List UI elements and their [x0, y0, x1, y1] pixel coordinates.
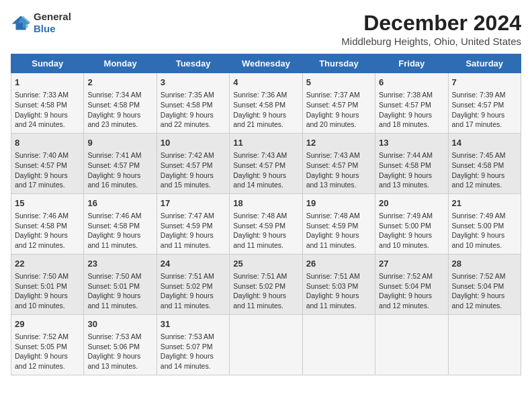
daylight-hours: Daylight: 9 hours and 11 minutes. — [87, 231, 140, 249]
sunset-time: Sunset: 4:58 PM — [233, 101, 285, 109]
day-number: 15 — [15, 197, 80, 210]
week-row-2: 8Sunrise: 7:40 AMSunset: 4:57 PMDaylight… — [11, 133, 521, 193]
logo-icon — [11, 15, 31, 31]
sunset-time: Sunset: 4:58 PM — [87, 101, 140, 109]
week-row-4: 22Sunrise: 7:50 AMSunset: 5:01 PMDayligh… — [11, 254, 521, 314]
calendar-cell — [230, 314, 302, 375]
sunset-time: Sunset: 5:03 PM — [306, 282, 359, 290]
sunset-time: Sunset: 5:02 PM — [233, 282, 285, 290]
sunset-time: Sunset: 5:01 PM — [15, 282, 67, 290]
day-number: 4 — [233, 77, 298, 89]
day-number: 17 — [161, 197, 226, 210]
calendar-cell: 26Sunrise: 7:51 AMSunset: 5:03 PMDayligh… — [302, 254, 375, 314]
sunset-time: Sunset: 4:57 PM — [306, 101, 359, 109]
days-header-row: SundayMondayTuesdayWednesdayThursdayFrid… — [11, 54, 521, 73]
sunrise-time: Sunrise: 7:49 AM — [452, 212, 506, 220]
sunrise-time: Sunrise: 7:41 AM — [87, 151, 141, 159]
sunrise-time: Sunrise: 7:43 AM — [233, 151, 287, 159]
calendar-cell: 19Sunrise: 7:48 AMSunset: 4:59 PMDayligh… — [302, 193, 375, 254]
calendar-cell — [375, 314, 448, 375]
calendar-cell: 11Sunrise: 7:43 AMSunset: 4:57 PMDayligh… — [230, 133, 302, 193]
daylight-hours: Daylight: 9 hours and 11 minutes. — [306, 291, 359, 310]
calendar-cell: 15Sunrise: 7:46 AMSunset: 4:58 PMDayligh… — [11, 193, 84, 254]
calendar-cell: 8Sunrise: 7:40 AMSunset: 4:57 PMDaylight… — [11, 133, 84, 193]
day-number: 2 — [87, 77, 152, 89]
daylight-hours: Daylight: 9 hours and 11 minutes. — [233, 291, 286, 310]
sunrise-time: Sunrise: 7:51 AM — [306, 272, 360, 280]
daylight-hours: Daylight: 9 hours and 21 minutes. — [233, 111, 286, 129]
calendar-cell: 17Sunrise: 7:47 AMSunset: 4:59 PMDayligh… — [157, 193, 229, 254]
calendar-table: SundayMondayTuesdayWednesdayThursdayFrid… — [11, 54, 521, 375]
sunset-time: Sunset: 5:02 PM — [161, 282, 213, 290]
sunrise-time: Sunrise: 7:52 AM — [452, 272, 506, 280]
daylight-hours: Daylight: 9 hours and 12 minutes. — [452, 171, 505, 189]
sunset-time: Sunset: 5:04 PM — [452, 282, 504, 290]
day-number: 29 — [15, 318, 80, 330]
day-number: 21 — [452, 197, 517, 210]
calendar-cell: 31Sunrise: 7:53 AMSunset: 5:07 PMDayligh… — [157, 314, 229, 375]
day-header-monday: Monday — [84, 54, 157, 73]
daylight-hours: Daylight: 9 hours and 11 minutes. — [233, 231, 286, 249]
sunrise-time: Sunrise: 7:49 AM — [379, 212, 433, 220]
day-number: 7 — [452, 77, 517, 89]
sunrise-time: Sunrise: 7:34 AM — [87, 91, 141, 99]
calendar-cell: 16Sunrise: 7:46 AMSunset: 4:58 PMDayligh… — [84, 193, 157, 254]
calendar-cell: 28Sunrise: 7:52 AMSunset: 5:04 PMDayligh… — [448, 254, 521, 314]
sunset-time: Sunset: 4:57 PM — [161, 161, 213, 169]
daylight-hours: Daylight: 9 hours and 12 minutes. — [15, 352, 68, 370]
sunset-time: Sunset: 4:58 PM — [15, 101, 67, 109]
day-number: 10 — [161, 137, 226, 149]
calendar-cell: 22Sunrise: 7:50 AMSunset: 5:01 PMDayligh… — [11, 254, 84, 314]
sunset-time: Sunset: 4:58 PM — [452, 161, 504, 169]
calendar-cell: 25Sunrise: 7:51 AMSunset: 5:02 PMDayligh… — [230, 254, 302, 314]
sunset-time: Sunset: 4:57 PM — [306, 161, 359, 169]
day-number: 30 — [87, 318, 152, 330]
day-number: 19 — [306, 197, 371, 210]
calendar-cell: 24Sunrise: 7:51 AMSunset: 5:02 PMDayligh… — [157, 254, 229, 314]
sunset-time: Sunset: 5:00 PM — [379, 222, 431, 230]
sunset-time: Sunset: 4:57 PM — [15, 161, 67, 169]
sunrise-time: Sunrise: 7:40 AM — [15, 151, 69, 159]
daylight-hours: Daylight: 9 hours and 11 minutes. — [161, 291, 214, 310]
calendar-cell: 29Sunrise: 7:52 AMSunset: 5:05 PMDayligh… — [11, 314, 84, 375]
sunset-time: Sunset: 5:00 PM — [452, 222, 504, 230]
week-row-1: 1Sunrise: 7:33 AMSunset: 4:58 PMDaylight… — [11, 73, 521, 134]
daylight-hours: Daylight: 9 hours and 13 minutes. — [306, 171, 359, 189]
sunset-time: Sunset: 4:57 PM — [233, 161, 285, 169]
calendar-cell: 14Sunrise: 7:45 AMSunset: 4:58 PMDayligh… — [448, 133, 521, 193]
day-number: 13 — [379, 137, 444, 149]
week-row-5: 29Sunrise: 7:52 AMSunset: 5:05 PMDayligh… — [11, 314, 521, 375]
calendar-cell — [302, 314, 375, 375]
daylight-hours: Daylight: 9 hours and 16 minutes. — [87, 171, 140, 189]
main-title: December 2024 — [341, 11, 521, 36]
day-number: 20 — [379, 197, 444, 210]
day-number: 3 — [161, 77, 226, 89]
day-number: 18 — [233, 197, 298, 210]
daylight-hours: Daylight: 9 hours and 14 minutes. — [161, 352, 214, 370]
sunrise-time: Sunrise: 7:46 AM — [15, 212, 69, 220]
sunset-time: Sunset: 4:58 PM — [379, 161, 431, 169]
daylight-hours: Daylight: 9 hours and 11 minutes. — [87, 291, 140, 310]
logo-blue: Blue — [34, 23, 56, 34]
sunrise-time: Sunrise: 7:33 AM — [15, 91, 69, 99]
day-number: 25 — [233, 258, 298, 270]
daylight-hours: Daylight: 9 hours and 15 minutes. — [161, 171, 214, 189]
sunrise-time: Sunrise: 7:52 AM — [15, 332, 69, 340]
calendar-cell: 5Sunrise: 7:37 AMSunset: 4:57 PMDaylight… — [302, 73, 375, 134]
day-number: 9 — [87, 137, 152, 149]
sunrise-time: Sunrise: 7:42 AM — [161, 151, 214, 159]
day-header-tuesday: Tuesday — [157, 54, 229, 73]
day-number: 14 — [452, 137, 517, 149]
day-number: 22 — [15, 258, 80, 270]
daylight-hours: Daylight: 9 hours and 13 minutes. — [379, 171, 432, 189]
daylight-hours: Daylight: 9 hours and 24 minutes. — [15, 111, 68, 129]
day-number: 16 — [87, 197, 152, 210]
daylight-hours: Daylight: 9 hours and 12 minutes. — [379, 291, 432, 310]
day-number: 28 — [452, 258, 517, 270]
sunset-time: Sunset: 5:07 PM — [161, 342, 213, 351]
calendar-cell: 7Sunrise: 7:39 AMSunset: 4:57 PMDaylight… — [448, 73, 521, 134]
sunrise-time: Sunrise: 7:48 AM — [306, 212, 360, 220]
sunset-time: Sunset: 4:58 PM — [15, 222, 67, 230]
sunrise-time: Sunrise: 7:45 AM — [452, 151, 506, 159]
day-number: 26 — [306, 258, 371, 270]
